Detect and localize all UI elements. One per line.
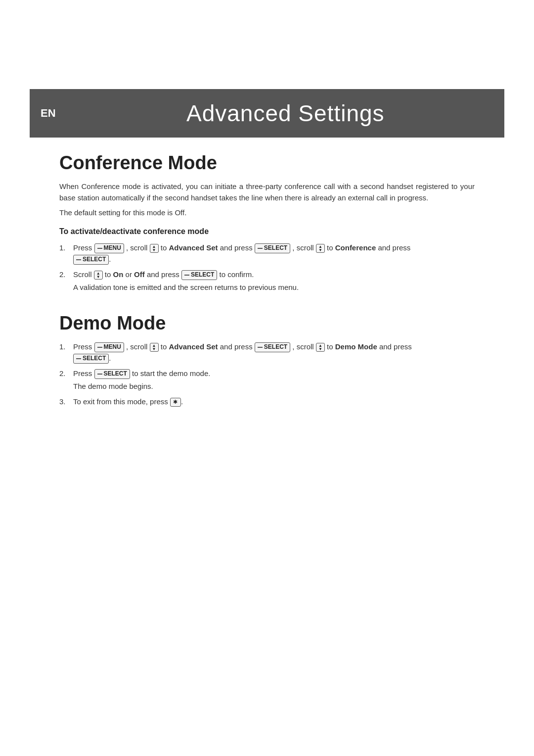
step-sub: The demo mode begins. — [73, 380, 475, 392]
demo-mode-title: Demo Mode — [59, 313, 475, 334]
conference-mode-title: Conference Mode — [59, 152, 475, 174]
page-title: Advanced Settings — [186, 100, 385, 127]
select-button-icon-3: SELECT — [181, 270, 217, 280]
demo-steps: 1. Press MENU , scroll ▲▼ to Advanced Se… — [59, 341, 475, 407]
step-content: Press MENU , scroll ▲▼ to Advanced Set a… — [73, 242, 475, 265]
list-item: 2. Press SELECT to start the demo mode. … — [59, 368, 475, 392]
menu-button-icon-d: MENU — [94, 342, 124, 352]
page: EN Advanced Settings Conference Mode Whe… — [0, 89, 534, 756]
step-content: Press SELECT to start the demo mode. The… — [73, 368, 475, 392]
list-item: 1. Press MENU , scroll ▲▼ to Advanced Se… — [59, 341, 475, 364]
step-number: 1. — [59, 242, 68, 253]
list-item: 2. Scroll ▲▼ to On or Off and press SELE… — [59, 269, 475, 293]
select-button-icon-d3: SELECT — [94, 369, 130, 379]
list-item: 3. To exit from this mode, press ✱. — [59, 396, 475, 407]
scroll-icon: ▲▼ — [150, 244, 159, 253]
exit-icon: ✱ — [170, 398, 181, 407]
conference-default: The default setting for this mode is Off… — [59, 207, 475, 218]
conference-steps: 1. Press MENU , scroll ▲▼ to Advanced Se… — [59, 242, 475, 293]
select-button-icon-2: SELECT — [73, 255, 109, 265]
step-number: 2. — [59, 368, 68, 379]
step-content: To exit from this mode, press ✱. — [73, 396, 475, 407]
step-number: 3. — [59, 396, 68, 407]
lang-tag: EN — [30, 89, 67, 138]
content: Conference Mode When Conference mode is … — [59, 152, 475, 407]
step-content: Press MENU , scroll ▲▼ to Advanced Set a… — [73, 341, 475, 364]
menu-button-icon: MENU — [94, 243, 124, 253]
header-title-box: Advanced Settings — [67, 89, 504, 138]
select-button-icon: SELECT — [255, 243, 290, 253]
step-sub: A validation tone is emitted and the scr… — [73, 282, 475, 293]
scroll-icon-d: ▲▼ — [150, 343, 159, 352]
list-item: 1. Press MENU , scroll ▲▼ to Advanced Se… — [59, 242, 475, 265]
scroll-icon-d2: ▲▼ — [316, 343, 325, 352]
scroll-icon-3: ▲▼ — [94, 271, 103, 280]
step-number: 1. — [59, 341, 68, 352]
select-button-icon-d2: SELECT — [73, 354, 109, 364]
conference-subheading: To activate/deactivate conference mode — [59, 227, 475, 236]
step-number: 2. — [59, 269, 68, 280]
conference-intro: When Conference mode is activated, you c… — [59, 181, 475, 204]
step-content: Scroll ▲▼ to On or Off and press SELECT … — [73, 269, 475, 293]
scroll-icon-2: ▲▼ — [316, 244, 325, 253]
select-button-icon-d: SELECT — [255, 342, 290, 352]
header-banner: EN Advanced Settings — [30, 89, 504, 138]
